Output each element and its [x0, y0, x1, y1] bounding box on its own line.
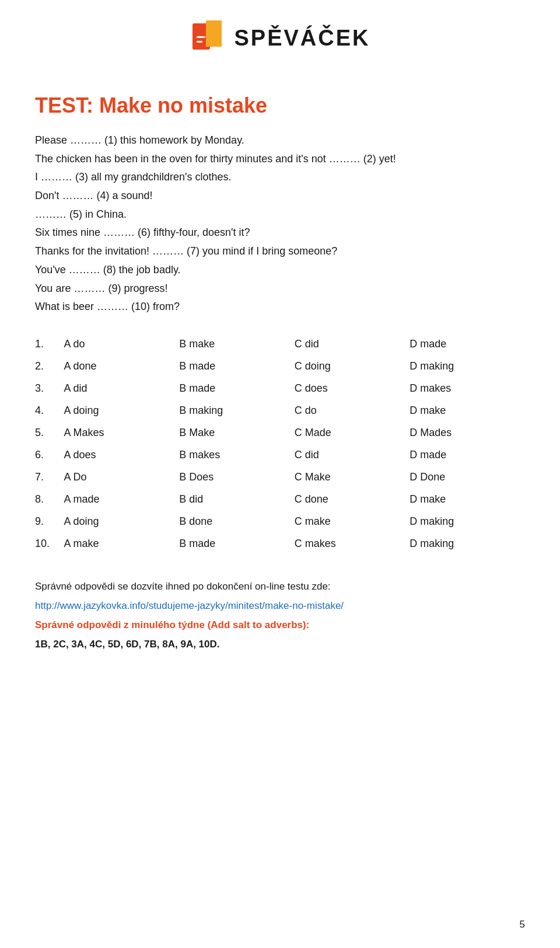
- answer-num: 5.: [35, 422, 64, 444]
- sentence-1: Please ……… (1) this homework by Monday.: [35, 132, 525, 149]
- answer-a: A does: [64, 444, 180, 466]
- answer-b: B done: [179, 511, 295, 533]
- answer-num: 9.: [35, 511, 64, 533]
- answer-d: D making: [410, 533, 525, 555]
- sentence-5: ……… (5) in China.: [35, 206, 525, 224]
- answer-a: A make: [64, 533, 180, 555]
- answer-b: B Make: [179, 422, 295, 444]
- page-title: TEST: Make no mistake: [35, 93, 525, 118]
- answer-c: C Make: [295, 466, 410, 489]
- answer-b: B making: [179, 400, 295, 422]
- answer-a: A doing: [64, 511, 180, 533]
- page-container: SPĚVÁČEK TEST: Make no mistake Please ………: [0, 0, 560, 948]
- answer-d: D Done: [410, 466, 525, 489]
- answer-a: A doing: [64, 400, 180, 422]
- answer-b: B make: [179, 333, 295, 356]
- answer-num: 4.: [35, 400, 64, 422]
- footer-line1: Správné odpovědi se dozvíte ihned po dok…: [35, 578, 525, 594]
- table-row: 8. A made B did C done D make: [35, 489, 525, 511]
- answer-d: D make: [410, 400, 525, 422]
- answer-num: 1.: [35, 333, 64, 356]
- logo-text: SPĚVÁČEK: [234, 26, 370, 51]
- answer-a: A made: [64, 489, 180, 511]
- sentence-8: You've ……… (8) the job badly.: [35, 262, 525, 279]
- answer-b: B made: [179, 378, 295, 400]
- answer-d: D makes: [410, 378, 525, 400]
- table-row: 6. A does B makes C did D made: [35, 444, 525, 466]
- answer-num: 6.: [35, 444, 64, 466]
- answer-b: B makes: [179, 444, 295, 466]
- answer-b: B made: [179, 356, 295, 378]
- answer-d: D made: [410, 333, 525, 356]
- footer-line4-text: 1B, 2C, 3A, 4C, 5D, 6D, 7B, 8A, 9A, 10D.: [35, 639, 220, 650]
- answer-c: C Made: [295, 422, 410, 444]
- answer-a: A did: [64, 378, 180, 400]
- svg-rect-2: [197, 36, 205, 38]
- footer-line3: Správné odpovědi z minulého týdne (Add s…: [35, 617, 525, 633]
- table-row: 3. A did B made C does D makes: [35, 378, 525, 400]
- answer-d: D made: [410, 444, 525, 466]
- answer-b: B Does: [179, 466, 295, 489]
- answer-a: A done: [64, 356, 180, 378]
- answer-c: C make: [295, 511, 410, 533]
- table-row: 1. A do B make C did D made: [35, 333, 525, 356]
- answer-d: D making: [410, 356, 525, 378]
- table-row: 2. A done B made C doing D making: [35, 356, 525, 378]
- answer-num: 7.: [35, 466, 64, 489]
- answer-d: D Mades: [410, 422, 525, 444]
- answer-table: 1. A do B make C did D made 2. A done B …: [35, 333, 525, 555]
- logo-icon: [190, 18, 225, 58]
- page-number: 5: [520, 919, 525, 930]
- answer-c: C does: [295, 378, 410, 400]
- table-row: 7. A Do B Does C Make D Done: [35, 466, 525, 489]
- answer-num: 2.: [35, 356, 64, 378]
- sentence-4: Don't ……… (4) a sound!: [35, 187, 525, 205]
- answer-d: D making: [410, 511, 525, 533]
- answer-b: B did: [179, 489, 295, 511]
- answer-a: A do: [64, 333, 180, 356]
- answer-num: 8.: [35, 489, 64, 511]
- sentence-10: What is beer ……… (10) from?: [35, 298, 525, 316]
- header: SPĚVÁČEK: [35, 0, 525, 70]
- table-row: 9. A doing B done C make D making: [35, 511, 525, 533]
- answer-num: 3.: [35, 378, 64, 400]
- answer-a: A Makes: [64, 422, 180, 444]
- footer-link-wrapper: http://www.jazykovka.info/studujeme-jazy…: [35, 598, 525, 614]
- answer-c: C did: [295, 333, 410, 356]
- footer-link[interactable]: http://www.jazykovka.info/studujeme-jazy…: [35, 600, 344, 611]
- sentence-6: Six times nine ……… (6) fifthy-four, does…: [35, 224, 525, 242]
- svg-rect-3: [197, 41, 202, 43]
- answer-c: C doing: [295, 356, 410, 378]
- answer-a: A Do: [64, 466, 180, 489]
- svg-marker-1: [206, 20, 222, 47]
- intro-block: Please ……… (1) this homework by Monday. …: [35, 132, 525, 316]
- answer-c: C do: [295, 400, 410, 422]
- sentence-7: Thanks for the invitation! ……… (7) you m…: [35, 243, 525, 260]
- answer-num: 10.: [35, 533, 64, 555]
- sentence-3: I ……… (3) all my grandchildren's clothes…: [35, 169, 525, 186]
- answer-d: D make: [410, 489, 525, 511]
- sentence-2: The chicken has been in the oven for thi…: [35, 151, 525, 168]
- table-row: 4. A doing B making C do D make: [35, 400, 525, 422]
- footer-line4: 1B, 2C, 3A, 4C, 5D, 6D, 7B, 8A, 9A, 10D.: [35, 636, 525, 652]
- sentence-9: You are ……… (9) progress!: [35, 280, 525, 298]
- footer-block: Správné odpovědi se dozvíte ihned po dok…: [35, 578, 525, 653]
- table-row: 5. A Makes B Make C Made D Mades: [35, 422, 525, 444]
- table-row: 10. A make B made C makes D making: [35, 533, 525, 555]
- answer-c: C makes: [295, 533, 410, 555]
- answer-c: C done: [295, 489, 410, 511]
- answer-b: B made: [179, 533, 295, 555]
- footer-line3-text: Správné odpovědi z minulého týdne (Add s…: [35, 619, 309, 630]
- answer-c: C did: [295, 444, 410, 466]
